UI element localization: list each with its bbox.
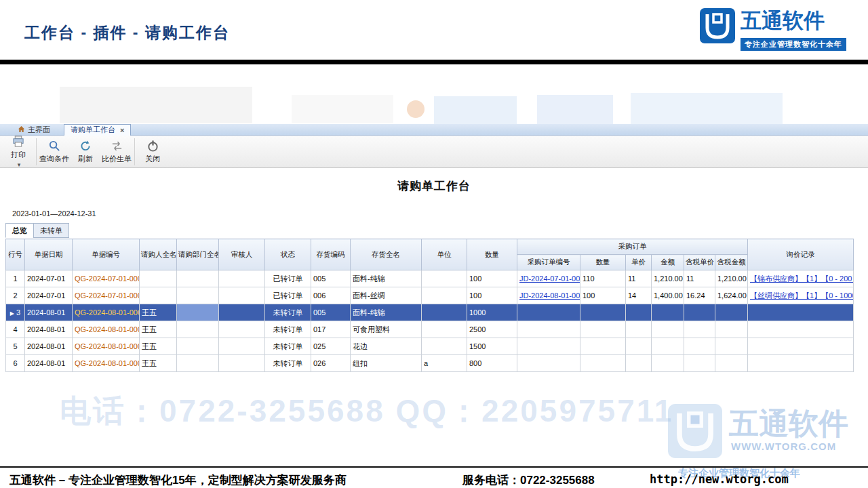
column-header[interactable]: 询价记录	[748, 239, 854, 270]
tab-close-icon[interactable]: ×	[120, 126, 124, 134]
column-header[interactable]: 数量	[467, 239, 517, 270]
column-header[interactable]: 数量	[580, 255, 626, 270]
cell[interactable]	[219, 338, 265, 355]
cell[interactable]: 已转订单	[265, 287, 311, 304]
table-row[interactable]: 62024-08-01QG-2024-08-01-00002王五未转订单026纽…	[6, 355, 854, 372]
cell[interactable]: 2024-07-01	[25, 270, 73, 287]
cell[interactable]: 100	[580, 287, 626, 304]
view-tab-pending[interactable]: 未转单	[33, 223, 69, 238]
column-header[interactable]: 单价	[626, 255, 652, 270]
column-header[interactable]: 单位	[422, 239, 467, 270]
cell[interactable]	[626, 321, 652, 338]
cell[interactable]: 1,210.00	[652, 270, 684, 287]
refresh-button[interactable]: 刷新	[70, 137, 101, 167]
table-row[interactable]: ▶32024-08-01QG-2024-08-01-00002王五未转订单005…	[6, 304, 854, 321]
cell[interactable]: 025	[311, 338, 351, 355]
column-header[interactable]: 状态	[265, 239, 311, 270]
cell[interactable]: 可食用塑料	[351, 321, 422, 338]
column-header[interactable]: 金额	[652, 255, 684, 270]
cell[interactable]	[684, 321, 715, 338]
cell[interactable]	[580, 304, 626, 321]
cell[interactable]	[748, 338, 854, 355]
cell[interactable]: QG-2024-07-01-00001	[73, 270, 140, 287]
table-row[interactable]: 22024-07-01QG-2024-07-01-00001已转订单006面料-…	[6, 287, 854, 304]
cell[interactable]: 1	[6, 270, 25, 287]
cell[interactable]: 110	[580, 270, 626, 287]
cell[interactable]	[219, 287, 265, 304]
cell[interactable]: 面料-丝绸	[351, 287, 422, 304]
column-header[interactable]: 单据编号	[73, 239, 140, 270]
table-row[interactable]: 12024-07-01QG-2024-07-01-00001已转订单005面料-…	[6, 270, 854, 287]
cell[interactable]: 100	[467, 287, 517, 304]
cell[interactable]	[517, 304, 580, 321]
cell[interactable]	[684, 338, 715, 355]
cell[interactable]	[684, 304, 715, 321]
cell[interactable]: 已转订单	[265, 270, 311, 287]
cell[interactable]	[652, 304, 684, 321]
column-header[interactable]: 存货编码	[311, 239, 351, 270]
cell[interactable]: 王五	[140, 338, 177, 355]
cell[interactable]: 未转订单	[265, 355, 311, 372]
cell[interactable]	[748, 321, 854, 338]
cell[interactable]	[517, 355, 580, 372]
cell[interactable]: 2024-08-01	[25, 338, 73, 355]
cell[interactable]	[715, 355, 748, 372]
cell[interactable]	[748, 304, 854, 321]
cell[interactable]	[715, 321, 748, 338]
cell[interactable]	[652, 338, 684, 355]
cell[interactable]: 王五	[140, 321, 177, 338]
cell[interactable]: 4	[6, 321, 25, 338]
cell[interactable]: 017	[311, 321, 351, 338]
table-row[interactable]: 52024-08-01QG-2024-08-01-00002王五未转订单025花…	[6, 338, 854, 355]
cell[interactable]: 2	[6, 287, 25, 304]
cell[interactable]	[517, 321, 580, 338]
cell[interactable]: 2024-08-01	[25, 321, 73, 338]
cell[interactable]: 16.24	[684, 287, 715, 304]
column-header[interactable]: 行号	[6, 239, 25, 270]
cell[interactable]: 1,400.00	[652, 287, 684, 304]
column-header[interactable]: 请购人全名	[140, 239, 177, 270]
cell[interactable]	[177, 338, 219, 355]
cell[interactable]: 2024-07-01	[25, 287, 73, 304]
cell[interactable]	[177, 304, 219, 321]
cell[interactable]	[177, 270, 219, 287]
compare-generate-button[interactable]: 比价生单	[101, 137, 132, 167]
cell[interactable]: 未转订单	[265, 304, 311, 321]
column-header[interactable]: 含税单价	[684, 255, 715, 270]
cell[interactable]	[517, 338, 580, 355]
cell[interactable]: QG-2024-08-01-00002	[73, 355, 140, 372]
cell[interactable]	[652, 321, 684, 338]
cell[interactable]: 2024-08-01	[25, 355, 73, 372]
cell[interactable]: 11	[684, 270, 715, 287]
cell[interactable]: 1500	[467, 338, 517, 355]
print-button[interactable]: 打印	[3, 137, 34, 167]
cell[interactable]	[219, 304, 265, 321]
cell[interactable]: 未转订单	[265, 321, 311, 338]
cell[interactable]	[140, 287, 177, 304]
view-tab-overview[interactable]: 总览	[5, 223, 34, 238]
cell[interactable]: 005	[311, 270, 351, 287]
cell[interactable]: ▶3	[6, 304, 25, 321]
cell[interactable]: 王五	[140, 304, 177, 321]
cell[interactable]	[626, 304, 652, 321]
cell[interactable]: 005	[311, 304, 351, 321]
cell[interactable]: 100	[467, 270, 517, 287]
column-header[interactable]: 审核人	[219, 239, 265, 270]
cell[interactable]	[580, 355, 626, 372]
table-row[interactable]: 42024-08-01QG-2024-08-01-00002王五未转订单017可…	[6, 321, 854, 338]
cell[interactable]: QG-2024-08-01-00002	[73, 338, 140, 355]
cell[interactable]	[219, 355, 265, 372]
cell[interactable]: 2500	[467, 321, 517, 338]
cell[interactable]	[715, 338, 748, 355]
cell[interactable]	[177, 321, 219, 338]
cell[interactable]: 1,624.00	[715, 287, 748, 304]
cell[interactable]	[219, 270, 265, 287]
cell[interactable]: JD-2024-07-01-00004	[517, 270, 580, 287]
cell[interactable]: QG-2024-07-01-00001	[73, 287, 140, 304]
column-header[interactable]: 请购部门全名	[177, 239, 219, 270]
cell[interactable]	[422, 338, 467, 355]
cell[interactable]	[652, 355, 684, 372]
cell[interactable]: 800	[467, 355, 517, 372]
cell[interactable]: QG-2024-08-01-00002	[73, 304, 140, 321]
cell[interactable]	[580, 321, 626, 338]
